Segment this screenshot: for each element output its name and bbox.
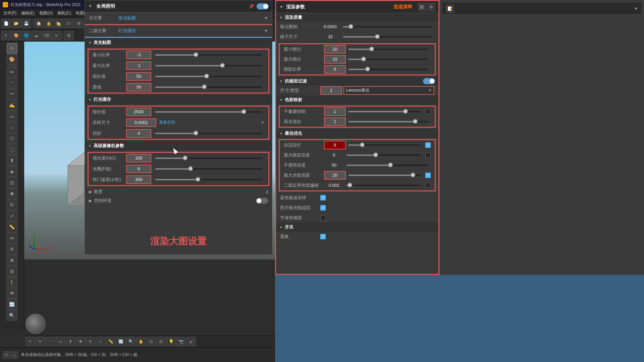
globe-btn[interactable]: 🌐 [21,31,31,40]
spatial-env-toggle[interactable] [256,198,268,204]
rp-max-ray-value[interactable]: 20 [324,171,346,180]
select-btn[interactable]: ↖ [1,31,11,40]
rp-section-quality[interactable]: ▼ 渲染质量 [276,13,438,22]
lc-bounce-slider[interactable] [155,133,262,134]
aperture-value[interactable]: 8 [126,165,151,173]
menu-edit[interactable]: 编辑(E) [19,10,37,17]
aperture-slider[interactable] [155,168,262,170]
tool-walkthrough[interactable]: 🚶 [7,277,17,288]
rp-algorithm-dropdown[interactable]: Lanczos算法 ▼ [343,86,434,95]
rp-max-ray-slider[interactable] [348,175,421,176]
bt-zoom[interactable]: 🔍 [126,337,136,346]
primary-engine-arrow[interactable]: ▼ [264,16,268,20]
tool-follow[interactable]: ◈ [7,166,17,177]
rp-noise-slider[interactable] [343,26,432,27]
tool-rect[interactable]: ▭ [7,111,17,122]
rp-aa-toggle[interactable] [423,78,435,84]
open-btn[interactable]: 📂 [11,19,21,28]
rp-noise-value[interactable]: 0.0001 [320,24,340,29]
tool-tape[interactable]: 📏 [7,222,17,232]
lc-sample-size-value[interactable]: 0.0001 [126,118,156,127]
rp-blue-noise-checkbox[interactable]: ✓ [320,195,326,200]
bt-rotate[interactable]: ↻ [86,337,95,346]
rp-adaptive-value[interactable]: 8 [324,141,346,149]
tool-3d[interactable]: ⬛ [7,144,17,155]
rp-size-value[interactable]: 2 [320,86,342,95]
tool-move[interactable]: ✥ [7,188,17,199]
rp-shadow-slider[interactable] [348,69,428,70]
rp-photo-ray-checkbox[interactable]: ✓ [320,205,326,210]
tool-axes[interactable]: ⊕ [7,255,17,265]
bt-move[interactable]: ✥ [76,337,85,346]
tool-orbit[interactable]: 🔄 [7,299,17,310]
tool-arc[interactable]: ◜ [7,78,17,88]
collapse-btn[interactable]: ▼ [88,4,94,9]
rp-sec-bounce-value[interactable]: 0.001 [324,183,344,188]
section-irradiance[interactable]: ▼ 发光贴图 [85,38,272,47]
rp-min-sub-value[interactable]: 10 [324,45,346,54]
rp-highlight-slider[interactable] [348,121,428,122]
rp-opacity-value[interactable]: 50 [324,163,344,168]
tool-section[interactable]: ⊟ [7,266,17,277]
eraser-btn[interactable]: ⌫ [42,31,51,40]
render-icon-1[interactable]: 🖼 [418,3,426,11]
rp-shadow-value[interactable]: 6 [324,65,346,74]
bt-tape[interactable]: 📏 [106,337,115,346]
bt-zoom-all[interactable]: ⊡ [146,337,156,346]
tool-paint2[interactable]: 🎨 [7,54,17,65]
lock-btn[interactable]: 🔒 [44,19,53,28]
lc-bounce-value[interactable]: 4 [126,129,151,138]
menu-file[interactable]: 文件(F) [1,10,18,17]
rp-max-sub-slider[interactable] [348,59,428,60]
rp-adaptive-checkbox[interactable]: ✓ [425,142,431,148]
lc-subdivision-slider[interactable] [155,111,262,113]
subdivision-slider[interactable] [155,76,262,77]
shutter-slider[interactable] [155,179,262,180]
tool-curve[interactable]: 〜 [7,89,17,100]
param-max-rate-value[interactable]: -1 [126,61,151,70]
rp-grid-value[interactable]: 32 [320,34,340,39]
right-dropdown[interactable]: ▼ [634,6,638,11]
lc-sample-dropdown[interactable]: ▼ [261,121,264,124]
iso-slider[interactable] [155,158,262,159]
rp-max-trace-slider[interactable] [347,155,421,156]
rp-section-opt[interactable]: ▼ 最佳优化 [276,129,438,138]
bt-select[interactable]: ↖ [25,337,35,346]
rp-save-mem-checkbox[interactable] [320,215,326,221]
bt-rect[interactable]: ▭ [56,337,65,346]
bt-scale[interactable]: ⤢ [96,337,105,346]
scatter-info-icon[interactable]: ℹ [266,189,268,194]
layers-btn[interactable]: ≡ [52,31,61,40]
lighting-toggle[interactable] [257,3,269,9]
tag-btn[interactable]: 🏷 [64,19,73,28]
cloud-btn[interactable]: ☁ [32,31,41,40]
param-min-rate-value[interactable]: -3 [126,51,151,59]
scatter-arrow[interactable]: ▶ [89,189,92,194]
new-btn[interactable]: 📄 [1,19,11,28]
param-subdivision-value[interactable]: 50 [126,72,151,81]
grid-btn[interactable]: ⊞ [64,31,73,40]
rp-max-trace-value[interactable]: 5 [324,153,344,158]
rp-grid-slider[interactable] [343,36,432,38]
bt-orbit[interactable]: 🔄 [116,337,125,346]
pin-icon[interactable]: 📌 [249,4,254,9]
tool-dim[interactable]: ⇔ [7,233,17,243]
section-advanced-camera[interactable]: ▼ 高级摄像机参数 [85,141,272,150]
rp-max-sub-value[interactable]: 10 [324,55,346,64]
rp-displacement-checkbox[interactable]: ✓ [320,234,326,239]
rp-opacity-slider[interactable] [347,165,428,166]
shutter-value[interactable]: 300 [126,175,151,184]
param-diff-value[interactable]: 30 [126,83,151,92]
settings-btn[interactable]: ⚙ [74,19,84,28]
right-icon-1[interactable]: 📝 [446,5,454,13]
rp-max-ray-checkbox[interactable]: ✓ [425,173,431,178]
tool-look[interactable]: 👁 [7,288,17,299]
tool-polygon[interactable]: ⬡ [7,133,17,144]
rp-subpixel-slider[interactable] [348,111,421,112]
rp-section-aa[interactable]: ▼ 抗锯齿过滤 [276,77,438,85]
tool-circle[interactable]: ○ [7,122,17,133]
bt-pencil[interactable]: ✏ [36,337,45,346]
render-panel-arrow[interactable]: ▼ [279,5,283,9]
tool-zoom[interactable]: 🔍 [7,310,17,321]
tool-push[interactable]: ⬆ [7,155,17,166]
